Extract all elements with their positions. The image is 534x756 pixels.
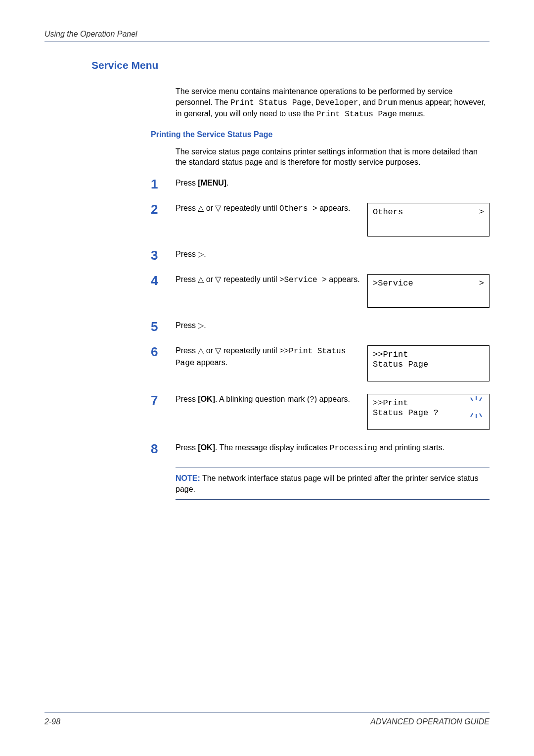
lcd-arrow: > [479,207,484,217]
text-mono: Developer [315,98,358,107]
text: Press [176,443,198,452]
step-number: 5 [151,320,176,333]
page-header: Using the Operation Panel [44,30,490,42]
text-mono: Print Status Page [230,98,311,107]
bold-text: [OK] [198,395,215,403]
blink-indicator-icon [469,397,483,417]
up-triangle-icon: △ [198,204,204,212]
text: and printing starts. [377,443,445,452]
right-triangle-icon: ▷ [198,250,204,258]
step-text: Press [OK]. A blinking question mark (?)… [176,394,367,406]
down-triangle-icon: ▽ [215,275,221,284]
header-text: Using the Operation Panel [44,30,137,38]
text: Press [176,321,198,330]
text: repeatedly until [221,204,279,212]
lcd-line: Others [373,207,403,217]
text-mono: Processing [330,444,377,453]
text: . [204,321,206,330]
step-row: 6 Press △ or ▽ repeatedly until >>Print … [151,345,490,381]
step-number: 4 [151,274,176,287]
lcd-line: Status Page [373,360,484,370]
page-footer: 2-98 ADVANCED OPERATION GUIDE [44,712,490,726]
step-row: 1 Press [MENU]. [151,178,490,190]
text: appears. [317,204,351,212]
footer-page-number: 2-98 [44,717,60,726]
lcd-display: >>Print Status Page ? [367,394,490,430]
intro-paragraph: The service menu contains maintenance op… [176,86,490,120]
text: appears. [327,275,360,284]
text: appears. [194,358,227,367]
text-mono: Print Status Page [316,110,397,119]
lcd-line: >>Print [373,398,484,408]
lcd-display: >>Print Status Page [367,345,490,381]
lcd-display: Others > [367,203,490,236]
section-title: Service Menu [91,59,490,71]
lcd-line: >Service [373,279,413,288]
text: repeatedly until [221,275,279,284]
text: . [204,250,206,258]
down-triangle-icon: ▽ [215,346,221,355]
step-row: 3 Press ▷. [151,249,490,262]
text: , [311,98,315,106]
subsection-title: Printing the Service Status Page [151,130,490,139]
text: Press [176,250,198,258]
step-text: Press △ or ▽ repeatedly until >>Print St… [176,345,367,369]
step-number: 7 [151,394,176,407]
lcd-display: >Service > [367,274,490,308]
text: , and [358,98,378,106]
step-row: 2 Press △ or ▽ repeatedly until Others >… [151,203,490,236]
step-number: 8 [151,442,176,455]
step-number: 3 [151,249,176,262]
note-text: The network interface status page will b… [176,474,478,493]
subintro-paragraph: The service status page contains printer… [176,146,490,168]
step-number: 2 [151,203,176,216]
step-text: Press △ or ▽ repeatedly until Others > a… [176,203,367,215]
text-mono: ? [310,395,314,404]
step-text: Press [OK]. The message display indicate… [176,442,490,454]
step-row: 4 Press △ or ▽ repeatedly until >Service… [151,274,490,308]
text-mono: Others > [279,204,317,213]
text: or [204,346,215,355]
footer-guide-label: ADVANCED OPERATION GUIDE [370,717,490,726]
step-number: 6 [151,345,176,358]
lcd-line: >>Print [373,350,484,360]
text: Press [176,204,198,212]
step-text: Press △ or ▽ repeatedly until >Service >… [176,274,367,286]
text: Press [176,275,198,284]
text: . [226,179,228,187]
text: ) appears. [314,395,350,403]
step-number: 1 [151,178,176,190]
text: or [204,275,215,284]
step-text: Press [MENU]. [176,178,490,189]
up-triangle-icon: △ [198,275,204,284]
lcd-line: Status Page ? [373,408,484,418]
up-triangle-icon: △ [198,346,204,355]
text: repeatedly until [221,346,279,355]
down-triangle-icon: ▽ [215,204,221,212]
text-mono: Drum [378,98,397,107]
text: . The message display indicates [215,443,330,452]
bold-text: [OK] [198,443,215,452]
note-label: NOTE: [176,474,200,482]
text: or [204,204,215,212]
text: Press [176,395,198,403]
text-mono: >Service > [279,276,327,284]
step-row: 8 Press [OK]. The message display indica… [151,442,490,455]
step-row: 5 Press ▷. [151,320,490,333]
step-text: Press ▷. [176,249,490,260]
text: Press [176,346,198,355]
right-triangle-icon: ▷ [198,321,204,330]
text: Press [176,179,198,187]
note-box: NOTE: The network interface status page … [176,468,490,500]
text: . A blinking question mark ( [215,395,310,403]
bold-text: [MENU] [198,179,226,187]
step-text: Press ▷. [176,320,490,331]
step-row: 7 Press [OK]. A blinking question mark (… [151,394,490,430]
text: menus. [397,109,425,118]
lcd-arrow: > [479,279,484,288]
